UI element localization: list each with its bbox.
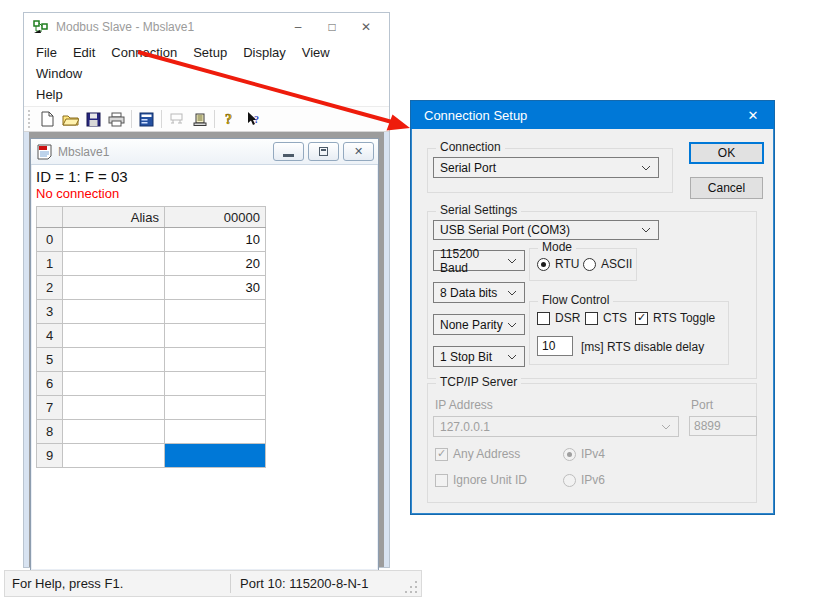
menu-file[interactable]: File bbox=[28, 43, 65, 64]
status-port-text: Port 10: 115200-8-N-1 bbox=[231, 576, 405, 591]
alias-cell[interactable] bbox=[63, 228, 165, 252]
register-grid: Alias 00000 0 10 1 20 bbox=[36, 206, 266, 468]
rts-delay-input[interactable] bbox=[537, 336, 573, 356]
close-button[interactable]: ✕ bbox=[349, 16, 383, 38]
value-cell[interactable]: 10 bbox=[165, 228, 266, 252]
doc-restore-button[interactable] bbox=[308, 142, 339, 161]
parity-select[interactable]: None Parity bbox=[433, 314, 525, 335]
value-cell[interactable] bbox=[165, 396, 266, 420]
title-bar: Modbus Slave - Mbslave1 – □ ✕ bbox=[24, 13, 389, 41]
row-header[interactable]: 6 bbox=[37, 372, 63, 396]
rts-toggle-checkbox[interactable]: RTS Toggle bbox=[635, 311, 715, 325]
radio-selected-icon bbox=[537, 258, 550, 271]
ip-address-value: 127.0.0.1 bbox=[440, 420, 490, 434]
value-cell[interactable]: 20 bbox=[165, 252, 266, 276]
alias-cell[interactable] bbox=[63, 252, 165, 276]
menu-window[interactable]: Window bbox=[28, 64, 90, 85]
document-window: Mbslave1 ✕ ID = 1: F = 03 No connection … bbox=[30, 138, 379, 571]
minimize-button[interactable]: – bbox=[281, 16, 315, 38]
stop-bit-select[interactable]: 1 Stop Bit bbox=[433, 346, 525, 367]
row-header[interactable]: 9 bbox=[37, 444, 63, 468]
value-cell[interactable] bbox=[165, 324, 266, 348]
maximize-button[interactable]: □ bbox=[315, 16, 349, 38]
doc-minimize-button[interactable] bbox=[273, 142, 304, 161]
ok-button[interactable]: OK bbox=[689, 142, 764, 164]
ipv4-label: IPv4 bbox=[581, 447, 605, 461]
document-title-bar: Mbslave1 ✕ bbox=[31, 139, 378, 165]
document-title: Mbslave1 bbox=[58, 145, 269, 159]
rts-delay-label: [ms] RTS disable delay bbox=[581, 340, 704, 354]
row-header[interactable]: 5 bbox=[37, 348, 63, 372]
cts-checkbox[interactable]: CTS bbox=[585, 311, 627, 325]
mode-rtu-label: RTU bbox=[555, 257, 579, 271]
baud-rate-select[interactable]: 115200 Baud bbox=[433, 250, 525, 271]
value-cell[interactable] bbox=[165, 420, 266, 444]
menu-help[interactable]: Help bbox=[28, 85, 71, 106]
alias-cell[interactable] bbox=[63, 276, 165, 300]
menu-connection[interactable]: Connection bbox=[103, 43, 185, 64]
toolbar-separator bbox=[161, 110, 162, 128]
menu-edit[interactable]: Edit bbox=[65, 43, 103, 64]
table-row: 2 30 bbox=[37, 276, 266, 300]
mdi-area: Mbslave1 ✕ ID = 1: F = 03 No connection … bbox=[24, 132, 389, 567]
value-cell[interactable]: 30 bbox=[165, 276, 266, 300]
checkbox-checked-icon bbox=[635, 312, 648, 325]
grid-header-register[interactable]: 00000 bbox=[165, 207, 266, 228]
open-folder-icon[interactable] bbox=[59, 108, 82, 130]
dsr-checkbox[interactable]: DSR bbox=[537, 311, 580, 325]
table-row: 1 20 bbox=[37, 252, 266, 276]
alias-cell[interactable] bbox=[63, 324, 165, 348]
display-definition-icon[interactable] bbox=[135, 108, 158, 130]
new-document-icon[interactable] bbox=[36, 108, 59, 130]
selected-cell[interactable] bbox=[165, 444, 266, 468]
dialog-close-icon[interactable]: ✕ bbox=[732, 101, 774, 129]
table-row: 9 bbox=[37, 444, 266, 468]
connection-type-select[interactable]: Serial Port bbox=[433, 157, 659, 178]
save-icon[interactable] bbox=[82, 108, 105, 130]
resize-grip[interactable] bbox=[405, 581, 418, 594]
mode-rtu-radio[interactable]: RTU bbox=[537, 257, 579, 271]
ipv6-radio: IPv6 bbox=[563, 473, 605, 487]
row-header[interactable]: 0 bbox=[37, 228, 63, 252]
port-label: Port bbox=[691, 398, 713, 412]
table-row: 4 bbox=[37, 324, 266, 348]
row-header[interactable]: 2 bbox=[37, 276, 63, 300]
row-header[interactable]: 3 bbox=[37, 300, 63, 324]
poll-definition-icon[interactable] bbox=[165, 108, 188, 130]
context-help-icon[interactable]: ? bbox=[241, 108, 264, 130]
alias-cell[interactable] bbox=[63, 372, 165, 396]
menu-display[interactable]: Display bbox=[235, 43, 294, 64]
document-icon bbox=[37, 144, 52, 160]
value-cell[interactable] bbox=[165, 372, 266, 396]
row-header[interactable]: 8 bbox=[37, 420, 63, 444]
row-header[interactable]: 1 bbox=[37, 252, 63, 276]
tcp-port-input bbox=[689, 416, 757, 436]
menu-setup[interactable]: Setup bbox=[185, 43, 235, 64]
help-icon[interactable]: ? bbox=[218, 108, 241, 130]
serial-port-select[interactable]: USB Serial Port (COM3) bbox=[433, 220, 659, 240]
cancel-button[interactable]: Cancel bbox=[690, 177, 763, 199]
table-row: 7 bbox=[37, 396, 266, 420]
menu-view[interactable]: View bbox=[294, 43, 338, 64]
doc-close-button[interactable]: ✕ bbox=[343, 142, 374, 161]
connection-type-value: Serial Port bbox=[440, 161, 496, 175]
value-cell[interactable] bbox=[165, 348, 266, 372]
mode-ascii-radio[interactable]: ASCII bbox=[583, 257, 632, 271]
data-bits-value: 8 Data bits bbox=[440, 286, 497, 300]
alias-cell[interactable] bbox=[63, 300, 165, 324]
grid-header-alias[interactable]: Alias bbox=[63, 207, 165, 228]
row-header[interactable]: 4 bbox=[37, 324, 63, 348]
radio-icon bbox=[563, 474, 576, 487]
data-bits-select[interactable]: 8 Data bits bbox=[433, 282, 525, 303]
communication-traffic-icon[interactable] bbox=[188, 108, 211, 130]
row-header[interactable]: 7 bbox=[37, 396, 63, 420]
alias-cell[interactable] bbox=[63, 396, 165, 420]
print-icon[interactable] bbox=[105, 108, 128, 130]
radio-icon bbox=[583, 258, 596, 271]
value-cell[interactable] bbox=[165, 300, 266, 324]
svg-text:?: ? bbox=[225, 112, 232, 127]
alias-cell[interactable] bbox=[63, 444, 165, 468]
flow-control-label: Flow Control bbox=[538, 294, 613, 307]
alias-cell[interactable] bbox=[63, 420, 165, 444]
alias-cell[interactable] bbox=[63, 348, 165, 372]
